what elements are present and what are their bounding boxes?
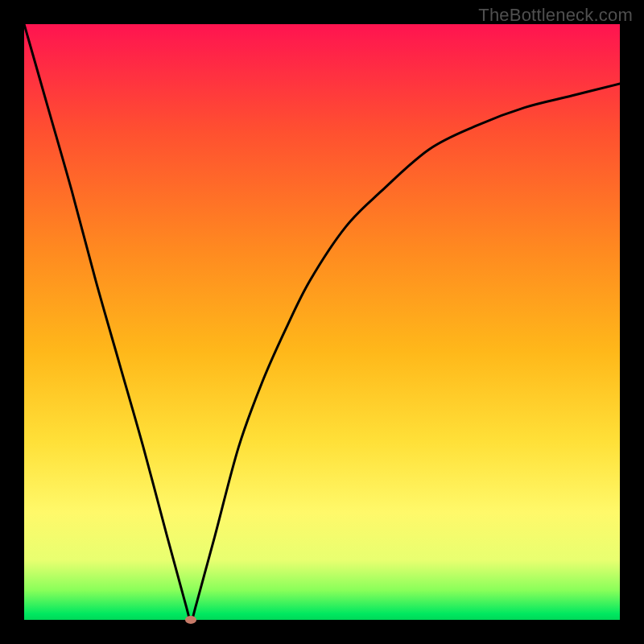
optimal-point-marker — [185, 616, 196, 624]
plot-area — [24, 24, 620, 620]
attribution-text: TheBottleneck.com — [478, 5, 633, 26]
chart-frame: TheBottleneck.com — [0, 0, 644, 644]
curve-path — [24, 24, 620, 620]
bottleneck-curve — [24, 24, 620, 620]
